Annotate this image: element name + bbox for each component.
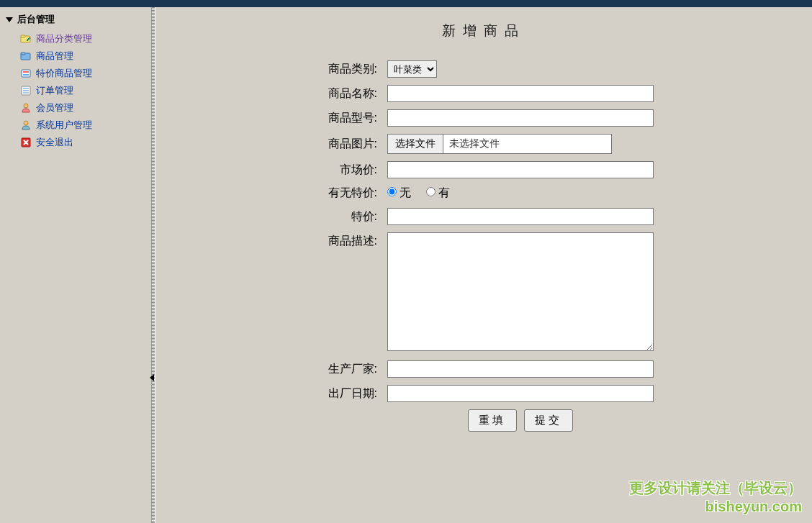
sidebar-item-category[interactable]: 商品分类管理: [20, 30, 148, 47]
sidebar-item-product[interactable]: 商品管理: [20, 47, 148, 65]
sidebar: 后台管理 商品分类管理 商品管理 特价商品管理: [0, 7, 151, 523]
input-special-price[interactable]: [387, 208, 654, 225]
label-image: 商品图片:: [310, 131, 382, 157]
file-choose-button[interactable]: 选择文件: [388, 135, 443, 153]
file-status-text: 未选择文件: [443, 135, 505, 153]
label-manufacturer: 生产厂家:: [310, 358, 382, 381]
triangle-down-icon: [6, 17, 13, 22]
radio-no-wrap[interactable]: 无: [387, 186, 415, 199]
label-special-price: 特价:: [310, 205, 382, 228]
main-content: 新增商品 商品类别: 叶菜类 商品名称: 商品型号: 商品图片:: [155, 7, 812, 523]
folder-edit-icon: [20, 33, 32, 45]
label-model: 商品型号:: [310, 106, 382, 129]
svg-rect-5: [23, 71, 29, 73]
tag-icon: [20, 68, 32, 79]
textarea-description[interactable]: [387, 232, 654, 351]
label-production-date: 出厂日期:: [310, 382, 382, 405]
exit-icon: [20, 137, 32, 148]
input-model[interactable]: [387, 109, 654, 127]
label-market-price: 市场价:: [310, 158, 382, 181]
select-category[interactable]: 叶菜类: [387, 60, 437, 78]
svg-rect-1: [21, 35, 25, 37]
top-bar: [0, 0, 812, 7]
sidebar-item-order[interactable]: 订单管理: [20, 82, 148, 99]
sidebar-item-member[interactable]: 会员管理: [20, 99, 148, 117]
sidebar-item-label: 系统用户管理: [36, 119, 92, 132]
splitter[interactable]: [151, 7, 155, 523]
collapse-left-icon[interactable]: [150, 374, 154, 381]
label-category: 商品类别:: [310, 58, 382, 81]
sidebar-item-label: 安全退出: [36, 136, 73, 149]
input-name[interactable]: [387, 85, 654, 102]
sidebar-item-label: 商品分类管理: [36, 32, 92, 45]
sidebar-item-label: 特价商品管理: [36, 67, 92, 80]
sidebar-item-label: 商品管理: [36, 50, 73, 63]
sidebar-item-logout[interactable]: 安全退出: [20, 134, 148, 151]
svg-rect-4: [22, 70, 30, 77]
radio-yes-wrap[interactable]: 有: [426, 186, 450, 199]
sidebar-item-sysuser[interactable]: 系统用户管理: [20, 117, 148, 134]
label-has-discount: 有无特价:: [310, 183, 382, 204]
input-production-date[interactable]: [387, 385, 654, 402]
radio-no-label: 无: [400, 186, 411, 199]
svg-point-11: [24, 104, 28, 108]
input-market-price[interactable]: [387, 161, 654, 178]
radio-discount-yes[interactable]: [426, 187, 436, 196]
radio-discount-no[interactable]: [387, 187, 397, 196]
list-icon: [20, 85, 32, 96]
sidebar-item-discount[interactable]: 特价商品管理: [20, 65, 148, 82]
reset-button[interactable]: 重填: [468, 409, 517, 432]
sidebar-toggle[interactable]: 后台管理: [6, 13, 148, 26]
radio-yes-label: 有: [438, 186, 450, 199]
user-icon: [20, 102, 32, 114]
label-description: 商品描述:: [310, 229, 382, 356]
label-name: 商品名称:: [310, 82, 382, 105]
admin-icon: [20, 119, 32, 131]
folder-icon: [20, 50, 32, 62]
svg-rect-6: [23, 74, 29, 76]
file-input-wrap: 选择文件 未选择文件: [387, 134, 612, 154]
sidebar-item-label: 会员管理: [36, 101, 73, 114]
sidebar-header-label: 后台管理: [17, 13, 55, 26]
input-manufacturer[interactable]: [387, 360, 654, 378]
svg-rect-3: [21, 53, 25, 55]
svg-point-12: [24, 121, 28, 125]
sidebar-item-label: 订单管理: [36, 84, 73, 97]
page-title: 新增商品: [177, 22, 790, 40]
submit-button[interactable]: 提交: [524, 409, 573, 432]
